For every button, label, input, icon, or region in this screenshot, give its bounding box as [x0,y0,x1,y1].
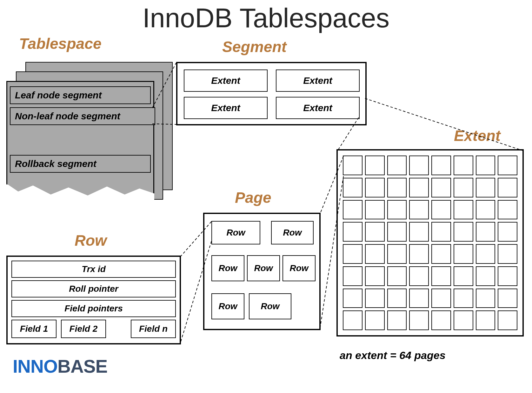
extent-page-cell [431,244,451,264]
segment-leaf: Leaf node segment [10,86,151,104]
page-row: Row [211,255,244,281]
extent-page-cell [409,156,429,175]
extent-page-cell [454,156,473,175]
extent-page-cell [454,178,473,197]
row-box: Trx id Roll pointer Field pointers Field… [6,256,181,344]
label-extent: Extent [454,127,501,144]
extent-page-cell [498,310,517,330]
extent-page-cell [498,266,517,286]
extent-page-cell [387,244,407,264]
extent-page-cell [387,266,407,286]
extent-page-cell [409,222,429,242]
page-row: Row [271,221,314,244]
extent-page-cell [431,178,451,197]
extent-cell: Extent [184,97,268,119]
label-tablespace: Tablespace [19,35,102,52]
logo-part-b: BASE [57,356,107,376]
extent-page-cell [476,200,495,220]
segment-nonleaf: Non-leaf node segment [10,107,155,125]
label-row: Row [75,232,107,249]
extent-page-cell [343,200,362,220]
extent-page-cell [387,310,407,330]
segment-rollback: Rollback segment [10,155,151,173]
extent-page-cell [454,244,473,264]
extent-page-cell [476,310,495,330]
row-fieldptrs: Field pointers [11,300,176,317]
extent-page-cell [431,200,451,220]
page-row: Row [211,293,244,319]
row-rollptr: Roll pointer [11,280,176,297]
field-cell: Field n [131,320,176,338]
extent-page-cell [476,156,495,175]
extent-cell: Extent [276,97,360,119]
extent-page-cell [387,200,407,220]
extent-page-cell [431,222,451,242]
extent-page-cell [387,289,407,308]
extent-page-cell [343,289,362,308]
extent-page-cell [365,200,385,220]
extent-page-cell [454,310,473,330]
tablespace-card-front: Leaf node segment Non-leaf node segment … [6,81,154,203]
logo-innobase: INNOBASE [13,356,107,377]
extent-page-cell [365,244,385,264]
page-row: Row [249,293,291,319]
row-fields: Field 1 Field 2 Field n [11,320,176,338]
extent-page-cell [343,156,362,175]
extent-page-cell [343,244,362,264]
row-trxid: Trx id [11,261,176,278]
page-row: Row [247,255,280,281]
extent-page-cell [365,156,385,175]
extent-page-cell [498,200,517,220]
page-title: InnoDB Tablespaces [0,3,532,34]
extent-page-cell [498,178,517,197]
extent-page-cell [387,222,407,242]
extent-page-cell [476,266,495,286]
extent-page-cell [343,178,362,197]
extent-page-cell [365,178,385,197]
extent-page-cell [343,310,362,330]
extent-page-cell [409,244,429,264]
extent-page-cell [431,266,451,286]
logo-part-a: INNO [13,356,57,376]
label-page: Page [235,189,271,206]
extent-page-cell [476,289,495,308]
extent-page-cell [343,266,362,286]
extent-cell: Extent [184,70,268,92]
tablespace-stack: Leaf node segment Non-leaf node segment … [3,62,156,202]
extent-page-cell [409,178,429,197]
extent-page-cell [387,156,407,175]
extent-page-cell [409,266,429,286]
extent-page-cell [409,200,429,220]
extent-page-cell [343,222,362,242]
extent-grid [336,149,524,336]
page-box: Row Row Row Row Row Row Row [203,213,321,330]
extent-page-cell [387,178,407,197]
page-row: Row [283,255,316,281]
extent-page-cell [409,289,429,308]
extent-page-cell [365,266,385,286]
label-segment: Segment [222,38,287,56]
extent-page-cell [431,289,451,308]
extent-page-cell [454,222,473,242]
extent-page-cell [476,222,495,242]
segment-box: Extent Extent Extent Extent [176,62,367,125]
page-row: Row [211,221,260,244]
extent-cell: Extent [276,70,360,92]
extent-page-cell [365,310,385,330]
extent-page-cell [409,310,429,330]
extent-page-cell [498,289,517,308]
extent-page-cell [431,310,451,330]
extent-page-cell [431,156,451,175]
extent-page-cell [476,178,495,197]
extent-page-cell [454,200,473,220]
extent-page-cell [498,244,517,264]
extent-page-cell [498,156,517,175]
extent-footnote: an extent = 64 pages [340,349,446,362]
extent-page-cell [365,289,385,308]
extent-page-cell [454,266,473,286]
extent-page-cell [498,222,517,242]
field-cell: Field 1 [11,320,57,338]
extent-page-cell [365,222,385,242]
field-cell: Field 2 [61,320,106,338]
extent-page-cell [454,289,473,308]
